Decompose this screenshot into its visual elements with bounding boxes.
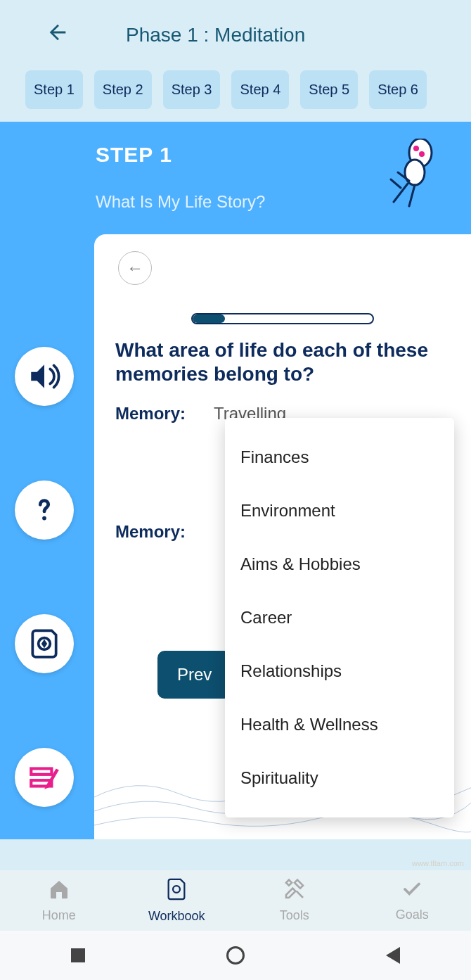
question-icon [28,494,60,526]
svg-rect-6 [31,769,51,775]
recent-apps-icon[interactable] [71,948,85,962]
edit-button[interactable] [15,748,74,807]
dropdown-item-finances[interactable]: Finances [225,431,454,484]
svg-point-1 [405,160,425,185]
svg-point-4 [42,516,46,521]
memory-label-1: Memory: [115,404,214,424]
progress-bar [191,313,374,324]
tab-workbook[interactable]: Workbook [118,870,236,931]
tab-home-label: Home [42,908,76,923]
step-tab-2[interactable]: Step 2 [94,70,152,109]
dropdown-item-relationships[interactable]: Relationships [225,644,454,698]
hourglass-icon [380,139,443,216]
step-tab-1[interactable]: Step 1 [25,70,83,109]
step-tab-4[interactable]: Step 4 [231,70,289,109]
steps-row: Step 1 Step 2 Step 3 Step 4 Step 5 Step … [0,70,471,122]
help-button[interactable] [15,481,74,540]
speaker-icon [27,359,62,394]
page-title: Phase 1 : Meditation [126,24,305,46]
step-tab-5[interactable]: Step 5 [300,70,358,109]
pencil-icon [27,760,62,795]
prev-button[interactable]: Prev [157,651,231,699]
dropdown-item-aims[interactable]: Aims & Hobbies [225,537,454,591]
svg-point-2 [413,146,419,151]
watermark: www.tltam.com [412,859,464,867]
system-nav [0,931,471,980]
workbook-button[interactable] [15,614,74,673]
card-back-button[interactable]: ← [118,251,152,285]
tools-icon [283,878,306,905]
back-nav-icon[interactable] [386,947,400,964]
audio-button[interactable] [15,347,74,406]
tab-workbook-label: Workbook [148,909,205,924]
dropdown-item-career[interactable]: Career [225,591,454,644]
app-header: Phase 1 : Meditation [0,0,471,70]
bottom-tabbar: Home Workbook Tools Goals [0,870,471,931]
tab-goals[interactable]: Goals [354,870,472,931]
svg-point-8 [173,886,180,893]
book-icon [27,626,62,661]
dropdown-item-health[interactable]: Health & Wellness [225,698,454,751]
home-nav-icon[interactable] [226,946,245,965]
tab-tools[interactable]: Tools [236,870,354,931]
memory-label-2: Memory: [115,522,214,542]
svg-point-3 [419,151,425,157]
tab-tools-label: Tools [280,908,309,923]
dropdown-item-spirituality[interactable]: Spirituality [225,751,454,805]
side-icon-column [6,347,83,807]
step-tab-3[interactable]: Step 3 [163,70,221,109]
workbook-icon [164,877,188,906]
home-icon [48,878,70,905]
card-question: What area of life do each of these memor… [115,338,450,386]
arrow-left-icon: ← [127,258,143,278]
check-icon [401,879,422,905]
tab-goals-label: Goals [396,908,429,922]
progress-fill [193,314,225,323]
category-dropdown[interactable]: Finances Environment Aims & Hobbies Care… [225,418,454,817]
dropdown-item-environment[interactable]: Environment [225,484,454,537]
tab-home[interactable]: Home [0,870,118,931]
back-arrow-icon[interactable] [46,20,70,50]
step-tab-6[interactable]: Step 6 [369,70,427,109]
